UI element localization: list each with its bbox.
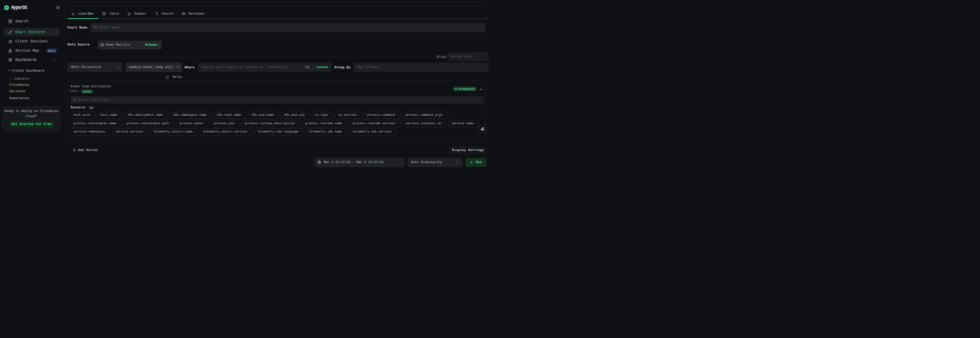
svg-text:2: 2 [128, 14, 129, 16]
svg-text:3: 3 [130, 13, 131, 16]
